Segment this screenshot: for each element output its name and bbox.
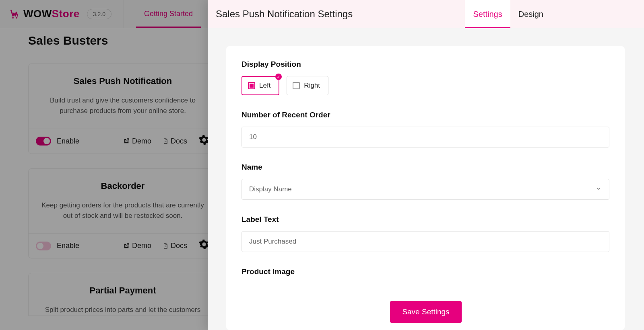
group-name: Name Display Name	[242, 163, 609, 200]
select-name-value: Display Name	[249, 185, 292, 193]
label-recent-order: Number of Recent Order	[242, 111, 609, 119]
panel-title: Sales Push Notification Settings	[216, 8, 465, 20]
label-label-text: Label Text	[242, 215, 609, 224]
input-recent-order[interactable]	[242, 127, 609, 148]
group-label-text: Label Text	[242, 215, 609, 252]
group-product-image: Product Image	[242, 267, 609, 276]
group-display-position: Display Position ✓ Left Right	[242, 60, 609, 95]
option-right[interactable]: Right	[287, 76, 328, 95]
position-options: ✓ Left Right	[242, 76, 609, 95]
save-settings-button[interactable]: Save Settings	[390, 301, 461, 323]
label-display-position: Display Position	[242, 60, 609, 69]
settings-form-card: Display Position ✓ Left Right Number of …	[226, 46, 625, 330]
input-label-text[interactable]	[242, 231, 609, 252]
panel-tabs: Settings Design	[465, 0, 644, 28]
panel-header: Sales Push Notification Settings Setting…	[208, 0, 644, 28]
settings-panel: Sales Push Notification Settings Setting…	[208, 0, 644, 330]
option-left[interactable]: ✓ Left	[242, 76, 279, 95]
label-name: Name	[242, 163, 609, 172]
select-name[interactable]: Display Name	[242, 179, 609, 200]
group-recent-order: Number of Recent Order	[242, 111, 609, 148]
tab-settings[interactable]: Settings	[465, 0, 510, 28]
check-icon: ✓	[275, 74, 282, 80]
label-product-image: Product Image	[242, 267, 295, 276]
panel-body: Display Position ✓ Left Right Number of …	[208, 28, 644, 330]
option-right-label: Right	[304, 82, 320, 90]
chevron-down-icon	[595, 185, 602, 194]
tab-design[interactable]: Design	[510, 0, 551, 28]
option-left-label: Left	[259, 82, 270, 90]
